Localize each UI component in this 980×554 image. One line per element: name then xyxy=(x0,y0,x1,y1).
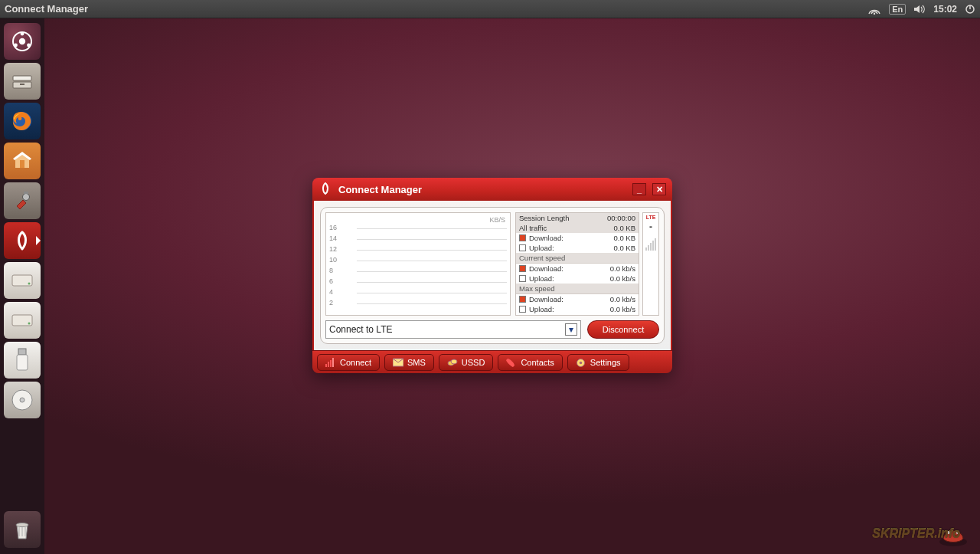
keyboard-indicator[interactable]: En xyxy=(889,4,906,15)
disconnect-button[interactable]: Disconnect xyxy=(587,320,659,339)
tab-connect[interactable]: Connect xyxy=(317,354,380,371)
upload-label: Upload: xyxy=(529,244,610,252)
svg-rect-11 xyxy=(20,160,24,168)
tab-ussd[interactable]: USSD xyxy=(439,354,494,371)
ytick: 2 xyxy=(329,299,333,307)
tab-label: Settings xyxy=(590,358,621,367)
software-center-icon[interactable] xyxy=(4,143,41,179)
svg-rect-9 xyxy=(20,84,24,85)
tab-label: USSD xyxy=(462,358,485,367)
download-checkbox[interactable] xyxy=(519,265,526,272)
svg-rect-18 xyxy=(18,349,26,355)
connection-select-value: Connect to LTE xyxy=(329,324,393,335)
sound-indicator-icon[interactable] xyxy=(913,4,926,15)
svg-rect-7 xyxy=(13,76,31,80)
current-speed-header: Current speed xyxy=(516,253,639,264)
svg-point-22 xyxy=(16,523,28,527)
current-download: 0.0 kb/s xyxy=(610,264,635,273)
max-upload: 0.0 kb/s xyxy=(610,305,635,313)
tab-label: Connect xyxy=(340,358,371,367)
app-title: Connect Manager xyxy=(5,3,88,15)
traffic-chart: KB/S 16 14 12 10 8 6 4 2 xyxy=(325,212,511,316)
firefox-icon[interactable] xyxy=(4,103,41,139)
all-traffic-value: 0.0 KB xyxy=(613,224,635,232)
ytick: 8 xyxy=(329,267,333,274)
max-download: 0.0 kb/s xyxy=(610,295,635,303)
ytick: 6 xyxy=(329,277,333,285)
minimize-button[interactable]: _ xyxy=(632,183,646,195)
tab-label: Contacts xyxy=(521,358,554,367)
ytick: 16 xyxy=(329,224,337,231)
chart-unit: KB/S xyxy=(489,216,505,224)
tab-sms[interactable]: SMS xyxy=(384,354,434,371)
ytick: 14 xyxy=(329,234,337,242)
gear-icon xyxy=(576,358,586,367)
svg-point-5 xyxy=(27,44,31,48)
clock[interactable]: 15:02 xyxy=(933,4,957,15)
tab-contacts[interactable]: Contacts xyxy=(498,354,562,371)
optical-disc-icon[interactable] xyxy=(4,382,41,418)
system-settings-icon[interactable] xyxy=(4,182,41,219)
disk-icon[interactable] xyxy=(4,302,41,339)
svg-rect-25 xyxy=(330,360,332,367)
ytick: 4 xyxy=(329,288,333,296)
svg-point-15 xyxy=(28,283,31,285)
connect-manager-window: Connect Manager _ ✕ KB/S 16 14 12 10 8 6… xyxy=(312,178,672,373)
svg-point-0 xyxy=(874,12,875,14)
bottom-tabbar: Connect SMS USSD Contacts Settings xyxy=(312,350,672,373)
signal-panel: LTE - xyxy=(642,212,659,316)
download-label: Download: xyxy=(529,264,607,273)
unity-launcher xyxy=(0,18,44,554)
download-checkbox[interactable] xyxy=(519,296,526,303)
dash-icon[interactable] xyxy=(4,23,41,60)
disk-icon[interactable] xyxy=(4,262,41,299)
upload-label: Upload: xyxy=(529,274,607,283)
envelope-icon xyxy=(393,358,403,367)
download-label: Download: xyxy=(529,295,607,303)
tab-label: SMS xyxy=(407,358,426,367)
network-type-badge: LTE xyxy=(646,215,656,220)
stats-panel: Session Length 00:00:00 All traffic 0.0 … xyxy=(515,212,639,316)
svg-rect-24 xyxy=(328,362,329,367)
chevron-down-icon: ▾ xyxy=(565,323,577,336)
connection-select[interactable]: Connect to LTE ▾ xyxy=(325,320,581,339)
svg-rect-13 xyxy=(24,192,28,194)
traffic-upload: 0.0 KB xyxy=(613,244,635,252)
network-indicator-icon[interactable] xyxy=(867,4,881,15)
ytick: 10 xyxy=(329,256,337,264)
svg-point-4 xyxy=(14,44,18,48)
ytick: 12 xyxy=(329,245,337,253)
upload-label: Upload: xyxy=(529,305,607,313)
session-length-value: 00:00:00 xyxy=(607,214,635,222)
coins-icon xyxy=(447,358,458,367)
signal-bars-icon xyxy=(645,237,656,251)
upload-checkbox[interactable] xyxy=(519,244,526,251)
close-button[interactable]: ✕ xyxy=(652,183,666,195)
svg-point-31 xyxy=(580,361,583,364)
session-indicator-icon[interactable] xyxy=(965,4,975,15)
session-length-label: Session Length xyxy=(519,214,604,222)
titlebar[interactable]: Connect Manager _ ✕ xyxy=(312,178,672,201)
trash-icon[interactable] xyxy=(4,511,41,548)
svg-rect-23 xyxy=(325,364,327,367)
connect-manager-icon[interactable] xyxy=(4,222,41,259)
svg-rect-26 xyxy=(332,358,334,367)
traffic-download: 0.0 KB xyxy=(613,234,635,242)
window-title: Connect Manager xyxy=(338,184,422,195)
signal-icon xyxy=(325,358,336,367)
svg-point-29 xyxy=(451,359,457,364)
download-label: Download: xyxy=(529,234,610,242)
menu-bar: Connect Manager En 15:02 xyxy=(0,0,980,18)
svg-point-17 xyxy=(28,323,31,325)
download-checkbox[interactable] xyxy=(519,234,526,241)
max-speed-header: Max speed xyxy=(516,284,639,294)
files-icon[interactable] xyxy=(4,63,41,100)
svg-point-6 xyxy=(19,38,25,44)
usb-drive-icon[interactable] xyxy=(4,342,41,379)
upload-checkbox[interactable] xyxy=(519,306,526,313)
phone-icon xyxy=(506,358,517,367)
current-upload: 0.0 kb/s xyxy=(610,274,635,283)
tab-settings[interactable]: Settings xyxy=(567,354,629,371)
app-icon xyxy=(318,182,332,198)
upload-checkbox[interactable] xyxy=(519,275,526,282)
